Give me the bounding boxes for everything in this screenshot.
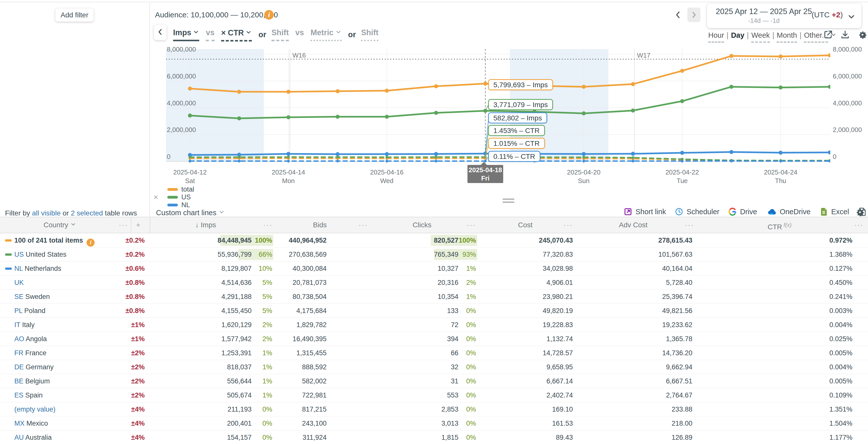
table-row-uk[interactable]: UK ±0.8%4,514,6365%20,781,07320,3162%4,9…	[0, 276, 868, 289]
row-label[interactable]: SE Sweden	[14, 289, 50, 304]
date-prev-button[interactable]	[673, 10, 683, 20]
granularity-option-hour[interactable]: Hour	[708, 31, 724, 43]
bids-value: 888,592	[302, 360, 327, 374]
column-menu-clicks[interactable]: ···	[467, 217, 476, 233]
export-excel[interactable]: Excel	[819, 207, 849, 216]
column-header-country[interactable]: Country	[43, 217, 76, 233]
data-point	[238, 160, 241, 162]
remove-metric-icon[interactable]: ×	[221, 28, 226, 37]
table-row-fr[interactable]: FR France±2%1,253,3911%1,315,455660%14,7…	[0, 346, 868, 360]
imps-value: 154,157	[227, 431, 252, 444]
row-label[interactable]: DE Germany	[14, 360, 54, 374]
export-short-link[interactable]: Short link	[623, 207, 666, 216]
date-range-picker[interactable]: 2025 Apr 12 — 2025 Apr 25 -14d — -1d (UT…	[707, 3, 862, 28]
row-label[interactable]: UK	[14, 276, 24, 289]
table-row-(empty value)[interactable]: (empty value) ±4%211,1930%817,2152,8530%…	[0, 402, 868, 416]
row-label[interactable]: IT Italy	[14, 318, 35, 332]
date-next-button[interactable]	[687, 7, 701, 22]
data-point	[779, 160, 782, 162]
granularity-option-day[interactable]: Day	[731, 31, 744, 41]
column-header-clicks[interactable]: Clicks	[413, 217, 432, 233]
add-column-button[interactable]: +	[136, 217, 141, 233]
export-onedrive[interactable]: OneDrive	[766, 207, 811, 216]
column-header-ctr[interactable]: CTRf(x)	[768, 217, 792, 235]
table-row-mx[interactable]: MX Mexico±4%200,4010%243,1003,0130%161.5…	[0, 416, 868, 431]
legend-item-NL[interactable]: NL	[167, 201, 194, 209]
row-label[interactable]: US United States	[14, 247, 66, 262]
table-row-pl[interactable]: PL Poland±0.8%4,155,4505%4,175,6841330%4…	[0, 304, 868, 318]
audience-info-icon[interactable]: i	[264, 10, 274, 20]
column-header-adv-cost[interactable]: Adv Cost	[619, 217, 648, 233]
export-google-drive[interactable]: Drive	[728, 207, 757, 216]
row-label[interactable]: PL Poland	[14, 304, 45, 318]
filter-selected-link[interactable]: 2 selected	[71, 209, 103, 218]
info-icon[interactable]: i	[87, 239, 95, 247]
granularity-option-week[interactable]: Week	[751, 31, 770, 43]
gear-icon[interactable]	[855, 207, 865, 217]
column-menu-imps[interactable]: ···	[263, 217, 273, 233]
collapse-chart-button[interactable]	[154, 25, 166, 40]
primary-metric-dropdown[interactable]: Imps	[173, 28, 199, 41]
table-row-nl[interactable]: NL Netherlands±0.6%8,129,80710%40,300,08…	[0, 262, 868, 276]
export-scheduler[interactable]: Scheduler	[675, 207, 719, 216]
or-shift-2[interactable]: or Shift	[348, 28, 379, 44]
column-menu-country[interactable]: ···	[119, 217, 128, 233]
tooltip-pill-total-CTR: 1.015% – CTR	[488, 138, 545, 149]
short-link-icon	[623, 207, 632, 216]
ctr-value: 0.004%	[829, 318, 852, 332]
adv-cost-value: 101,567.63	[658, 247, 692, 262]
add-filter-button[interactable]: Add filter	[55, 8, 94, 22]
or-shift-1[interactable]: or Shift	[258, 28, 289, 44]
column-header-cost[interactable]: Cost	[518, 217, 533, 233]
granularity-option-month[interactable]: Month	[777, 31, 797, 43]
data-point	[631, 160, 634, 162]
table-row-ao[interactable]: AO Angola±1%1,577,9422%16,490,3953940%1,…	[0, 332, 868, 346]
column-header-imps[interactable]: ↓ Imps	[195, 217, 216, 233]
secondary-metric-dropdown[interactable]: ×CTR	[221, 28, 252, 41]
data-point	[779, 55, 783, 59]
info-icon: i	[264, 10, 274, 20]
chart-resize-handle[interactable]	[503, 199, 514, 205]
column-menu-bids[interactable]: ···	[359, 217, 368, 233]
legend-item-total[interactable]: total	[167, 185, 194, 193]
table-row-de[interactable]: DE Germany±2%818,0371%888,592320%9,658.9…	[0, 360, 868, 374]
open-in-new-icon[interactable]	[823, 30, 833, 39]
column-menu-ctr[interactable]: ···	[854, 217, 864, 233]
row-label[interactable]: MX Mexico	[14, 416, 48, 431]
legend-item-US[interactable]: US	[167, 193, 194, 201]
ctr-value: 0.005%	[829, 374, 852, 388]
table-row-be[interactable]: BE Belgium±2%556,6441%582,002310%6,667.1…	[0, 374, 868, 388]
clicks-pct: 2%	[466, 276, 476, 289]
cost-value: 34,028.98	[543, 262, 573, 276]
row-label[interactable]: ES Spain	[14, 388, 43, 402]
row-label[interactable]: BE Belgium	[14, 374, 50, 388]
row-label[interactable]: FR France	[14, 346, 46, 360]
table-row-es[interactable]: ES Spain±2%505,6741%722,9815530%2,402.74…	[0, 388, 868, 402]
table-row-au[interactable]: AU Australia±4%154,1570%311,9241,8150%89…	[0, 431, 868, 444]
filter-all-visible-link[interactable]: all visible	[32, 209, 61, 218]
close-icon[interactable]: ×	[153, 193, 158, 202]
vs-toggle-1[interactable]: vs	[206, 28, 214, 41]
row-label[interactable]: NL Netherlands	[14, 262, 61, 276]
vs-toggle-2[interactable]: vs	[296, 28, 304, 40]
imps-value: 556,644	[227, 374, 252, 388]
column-header-bids[interactable]: Bids	[313, 217, 327, 233]
data-point	[385, 89, 389, 93]
row-label[interactable]: AU Australia	[14, 431, 52, 444]
gear-icon[interactable]	[858, 30, 868, 40]
bids-value: 311,924	[302, 431, 327, 444]
row-label[interactable]: (empty value)	[14, 402, 56, 416]
row-label[interactable]: 100 of 241 total itemsi	[14, 233, 95, 247]
column-menu-cost[interactable]: ···	[564, 217, 573, 233]
week-label: W16	[292, 52, 306, 59]
clicks-value: 133	[447, 304, 458, 318]
data-point	[237, 116, 241, 121]
table-row-us[interactable]: US United States±0.2%55,936,79966%270,63…	[0, 247, 868, 262]
column-menu-adv-cost[interactable]: ···	[685, 217, 694, 233]
row-label[interactable]: AO Angola	[14, 332, 47, 346]
table-row-se[interactable]: SE Sweden±0.8%4,291,1885%80,738,50410,35…	[0, 289, 868, 304]
download-icon[interactable]	[840, 30, 850, 39]
add-metric-dropdown[interactable]: Metric	[310, 28, 341, 41]
table-row-total[interactable]: 100 of 241 total itemsi±0.2%84,448,94510…	[0, 233, 868, 247]
table-row-it[interactable]: IT Italy±1%1,620,1292%1,829,782720%19,22…	[0, 318, 868, 332]
